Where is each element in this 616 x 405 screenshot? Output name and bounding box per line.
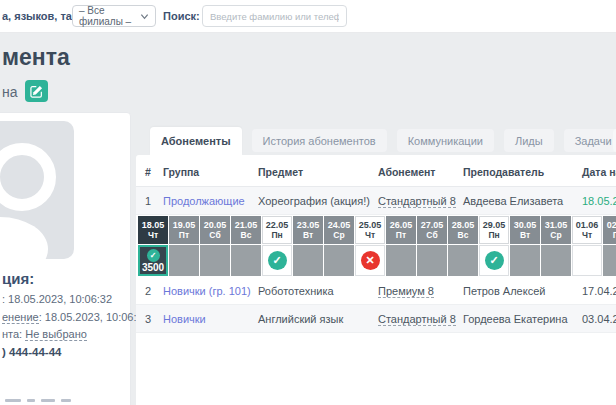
- day-date: 24.05: [328, 220, 351, 230]
- table-header-cell: Группа: [163, 166, 258, 178]
- calendar-day-column: 26.05Пт: [386, 216, 416, 276]
- day-header: 02.06Пт: [603, 216, 616, 244]
- calendar-day-column: 24.05Ср: [324, 216, 354, 276]
- day-date: 26.05: [390, 220, 413, 230]
- day-header: 27.05Сб: [417, 216, 447, 244]
- teacher-cell: Петров Алексей: [463, 285, 582, 297]
- info-section-title: ция:: [2, 270, 34, 287]
- calendar-day-column: 21.05Вс: [231, 216, 261, 276]
- calendar-day-column: 23.05Вт: [293, 216, 323, 276]
- branch-select-value: – Все филиалы –: [79, 5, 140, 27]
- client-card-screen: а, языков, танца – Все филиалы – Поиск: …: [0, 0, 616, 405]
- info-line-0: : 18.05.2023, 10:06:32: [2, 291, 132, 309]
- day-weekday: Ср: [550, 230, 561, 240]
- subject-cell: Робототехника: [258, 285, 378, 297]
- avatar: [0, 121, 74, 259]
- info-line-3: ) 444-44-44: [2, 344, 132, 362]
- info-value-link[interactable]: Не выбрано: [25, 328, 87, 341]
- day-header: 25.05Чт: [355, 216, 385, 244]
- plan-link[interactable]: Стандартный 8: [378, 195, 463, 207]
- day-date: 31.05: [545, 220, 568, 230]
- tab-history[interactable]: История абонементов: [252, 129, 387, 152]
- day-header: 31.05Ср: [541, 216, 571, 244]
- day-header: 28.05Вс: [448, 216, 478, 244]
- tab-communications[interactable]: Коммуникации: [397, 129, 494, 152]
- day-weekday: Вс: [458, 230, 469, 240]
- day-weekday: Пт: [179, 230, 189, 240]
- day-date: 28.05: [452, 220, 475, 230]
- paid-amount: 3500: [142, 262, 164, 273]
- day-cell[interactable]: [386, 245, 416, 276]
- clipped-bottom-text: [5, 399, 71, 405]
- tab-bar: АбонементыИстория абонементовКоммуникаци…: [150, 127, 616, 155]
- info-text: нта:: [2, 328, 25, 340]
- day-weekday: Чт: [582, 230, 592, 240]
- table-row: 2Новички (гр. 101)РобототехникаПремиум 8…: [136, 277, 616, 305]
- day-cell[interactable]: [448, 245, 478, 276]
- row-number: 3: [145, 313, 163, 325]
- tab-tasks[interactable]: Задачи: [564, 129, 616, 152]
- group-link[interactable]: Новички: [163, 313, 258, 325]
- day-cell[interactable]: [293, 245, 323, 276]
- start-date-cell: 17.04.20: [582, 285, 616, 297]
- day-header: 22.05Пн: [262, 216, 292, 244]
- table-header-cell: Дата нач: [582, 166, 616, 178]
- tab-leads[interactable]: Лиды: [504, 129, 554, 152]
- search-label: Поиск:: [163, 0, 200, 32]
- day-date: 01.06: [576, 220, 599, 230]
- topbar: а, языков, танца – Все филиалы – Поиск:: [0, 0, 616, 33]
- day-date: 20.05: [204, 220, 227, 230]
- plan-link[interactable]: Стандартный 8: [378, 313, 463, 325]
- day-cell[interactable]: [231, 245, 261, 276]
- table-body: 1ПродолжающиеХореография (акция!)Стандар…: [136, 187, 616, 333]
- day-date: 02.06: [607, 220, 616, 230]
- day-cell[interactable]: ✓3500: [138, 245, 168, 276]
- info-text: : 18.05.2023, 10:06:52: [39, 311, 149, 323]
- day-date: 25.05: [359, 220, 382, 230]
- day-cell[interactable]: [169, 245, 199, 276]
- day-weekday: Вс: [241, 230, 252, 240]
- day-cell[interactable]: [541, 245, 571, 276]
- day-cell[interactable]: [324, 245, 354, 276]
- pencil-square-icon: [30, 85, 43, 98]
- day-cell[interactable]: ✕: [355, 245, 385, 276]
- day-cell[interactable]: [572, 245, 602, 276]
- day-weekday: Чт: [148, 230, 158, 240]
- day-date: 18.05: [142, 220, 165, 230]
- start-date-cell: 18.05.20: [582, 195, 616, 207]
- calendar-day-column: 31.05Ср: [541, 216, 571, 276]
- info-value-link[interactable]: енение: [2, 311, 39, 324]
- plan-link[interactable]: Премиум 8: [378, 285, 463, 297]
- page-title: мента: [2, 44, 70, 71]
- group-link[interactable]: Новички (гр. 101): [163, 285, 258, 297]
- calendar-day-column: 27.05Сб: [417, 216, 447, 276]
- day-cell[interactable]: ✓: [479, 245, 509, 276]
- edit-client-button[interactable]: [25, 80, 48, 102]
- day-cell[interactable]: [200, 245, 230, 276]
- group-link[interactable]: Продолжающие: [163, 195, 258, 207]
- day-header: 18.05Чт: [138, 216, 168, 244]
- table-row: 1ПродолжающиеХореография (акция!)Стандар…: [136, 187, 616, 215]
- table-header-cell: #: [145, 166, 163, 178]
- check-circle-icon: ✓: [268, 251, 287, 270]
- day-weekday: Вт: [520, 230, 530, 240]
- day-weekday: Пн: [271, 230, 282, 240]
- row-number: 2: [145, 285, 163, 297]
- day-cell[interactable]: ✓: [262, 245, 292, 276]
- day-date: 22.05: [266, 220, 289, 230]
- day-cell[interactable]: [510, 245, 540, 276]
- table-row: 3НовичкиАнглийский языкСтандартный 8Горд…: [136, 305, 616, 333]
- day-cell[interactable]: [603, 245, 616, 276]
- day-header: 21.05Вс: [231, 216, 261, 244]
- search-input[interactable]: [202, 5, 347, 27]
- tab-abonements[interactable]: Абонементы: [150, 127, 242, 155]
- day-header: 24.05Ср: [324, 216, 354, 244]
- info-text: ) 444-44-44: [2, 346, 61, 358]
- branch-select[interactable]: – Все филиалы –: [72, 5, 156, 27]
- day-header: 30.05Вт: [510, 216, 540, 244]
- day-date: 23.05: [297, 220, 320, 230]
- info-line-2: нта: Не выбрано: [2, 326, 132, 344]
- calendar-day-column: 19.05Пт: [169, 216, 199, 276]
- start-date-cell: 03.04.20: [582, 313, 616, 325]
- day-cell[interactable]: [417, 245, 447, 276]
